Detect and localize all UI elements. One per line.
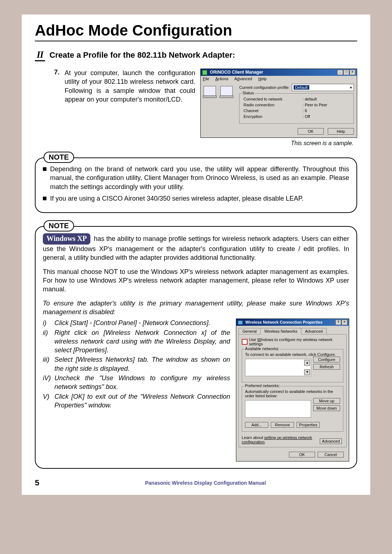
laptop-icon <box>204 86 216 96</box>
document-page: AdHoc Mode Configuration II Create a Pro… <box>22 15 370 495</box>
chevron-down-icon: ▾ <box>350 85 352 90</box>
move-up-button[interactable]: Move up <box>313 398 340 404</box>
note-label: NOTE <box>44 152 74 163</box>
note-box-2: NOTE Windows XP has the ability to manag… <box>35 226 357 469</box>
note2-para2: This manual choose NOT to use the Window… <box>43 267 349 294</box>
network-icon <box>238 320 243 325</box>
section-heading: II Create a Profile for the 802.11b Netw… <box>35 49 357 61</box>
preferred-legend: Preferred networks: <box>244 383 281 388</box>
help-button[interactable]: Help <box>328 128 354 135</box>
learn-row: Learn about setting up wireless network … <box>242 435 343 444</box>
ok-button[interactable]: OK <box>298 128 324 135</box>
orinoco-client-manager-window: ORiNOCO Client Manager _ □ × File Action… <box>200 69 357 138</box>
radio-value: : Peer to Peer <box>302 102 350 107</box>
tab-general[interactable]: General <box>238 328 261 334</box>
windows-xp-badge: Windows XP <box>43 233 90 245</box>
tab-body: UUse Windows to configure my wireless ne… <box>238 334 347 447</box>
bullet-icon <box>43 167 46 171</box>
note1-item: Depending on the brand of network card y… <box>43 165 349 191</box>
note-label: NOTE <box>44 220 74 231</box>
tab-wireless-networks[interactable]: Wireless Networks <box>260 328 301 335</box>
step-item: i)Click [Start] - [Control Panel] - [Net… <box>43 319 230 327</box>
manual-title: Panasonic Wireless Display Configuration… <box>54 480 357 486</box>
preferred-networks-group: Preferred networks: Automatically connec… <box>242 386 343 432</box>
step-number: 7. <box>49 69 60 76</box>
step-item: ii)Right click on [Wireless Network Conn… <box>43 328 230 355</box>
xp-disable-steps: i)Click [Start] - [Control Panel] - [Net… <box>43 319 230 410</box>
add-button[interactable]: Add... <box>245 422 268 428</box>
screenshot-caption: This screen is a sample. <box>200 140 354 147</box>
note2-para1: Windows XP has the ability to manage pro… <box>43 233 349 262</box>
page-number: 5 <box>35 478 39 488</box>
checkbox-icon[interactable] <box>242 339 248 345</box>
configure-button[interactable]: Configure <box>313 357 340 362</box>
remove-button[interactable]: Remove <box>271 422 294 428</box>
menu-actions[interactable]: Actions <box>215 77 228 81</box>
preferred-desc: Automatically connect to available netwo… <box>245 389 340 398</box>
note-box-1: NOTE Depending on the brand of network c… <box>35 157 357 213</box>
wireless-properties-window: Wireless Network Connection Properties ?… <box>236 319 349 461</box>
tab-strip: General Wireless Networks Advanced <box>236 326 349 334</box>
use-windows-checkbox-row[interactable]: UUse Windows to configure my wireless ne… <box>242 337 343 346</box>
profile-dropdown[interactable]: Default ▾ <box>292 84 354 91</box>
status-group: Status Connected to network: default Rad… <box>239 93 354 124</box>
profile-value: Default <box>294 85 309 90</box>
window-title: Wireless Network Connection Properties <box>245 320 323 324</box>
available-desc: To connect to an available network, clic… <box>245 352 340 357</box>
radio-label: Radio connection <box>243 102 302 107</box>
move-down-button[interactable]: Move down <box>313 405 340 411</box>
page-footer: 5 Panasonic Wireless Display Configurati… <box>35 478 357 488</box>
note2-italic-lead: To ensure the adapter's utility is the p… <box>43 299 349 317</box>
cancel-button[interactable]: Cancel <box>318 452 344 457</box>
connected-label: Connected to network <box>243 97 302 102</box>
channel-value: : 6 <box>302 108 350 113</box>
step-item: iii)Select [Wireless Networks] tab. The … <box>43 355 230 373</box>
window-title: ORiNOCO Client Manager <box>210 70 263 75</box>
properties-button[interactable]: Properties <box>297 422 320 428</box>
help-icon[interactable]: ? <box>335 320 341 325</box>
title-underline <box>35 41 357 41</box>
bullet-icon <box>43 197 46 200</box>
available-listbox[interactable]: ▴ ▾ <box>245 359 311 376</box>
laptop-icon <box>220 86 233 96</box>
close-icon[interactable]: × <box>350 70 355 75</box>
ok-button[interactable]: OK <box>289 452 315 457</box>
profile-label: Current configuration profile: <box>239 85 290 90</box>
scroll-up-icon[interactable]: ▴ <box>304 360 310 366</box>
section-heading-text: Create a Profile for the 802.11b Network… <box>49 50 235 59</box>
encryption-value: : Off <box>302 114 350 119</box>
channel-label: Channel <box>243 108 302 113</box>
menu-advanced[interactable]: Advanced <box>234 77 252 81</box>
section-roman: II <box>35 49 45 61</box>
app-icon <box>202 70 207 75</box>
step-text: At your computer, launch the configurati… <box>65 69 195 104</box>
note1-item: If you are using a CISCO Aironet 340/350… <box>43 194 349 203</box>
connected-value: : default <box>302 97 350 102</box>
preferred-listbox[interactable] <box>245 400 311 418</box>
encryption-label: Encryption <box>243 114 302 119</box>
orinoco-body: Current configuration profile: Default ▾… <box>201 82 357 127</box>
tab-advanced[interactable]: Advanced <box>301 328 327 334</box>
menu-file[interactable]: File <box>203 77 209 81</box>
scroll-down-icon[interactable]: ▾ <box>304 369 310 375</box>
refresh-button[interactable]: Refresh <box>313 364 340 370</box>
window-titlebar: ORiNOCO Client Manager _ □ × <box>201 69 357 76</box>
minimize-icon[interactable]: _ <box>337 70 343 75</box>
advanced-button[interactable]: Advanced <box>320 438 342 444</box>
maximize-icon[interactable]: □ <box>343 70 349 75</box>
step-item: V)Click [OK] to exit out of the "Wireles… <box>43 392 230 410</box>
close-icon[interactable]: × <box>342 320 347 325</box>
window-titlebar: Wireless Network Connection Properties ?… <box>236 319 349 326</box>
menu-help[interactable]: Help <box>258 77 267 81</box>
available-legend: Available networks: <box>244 346 280 351</box>
status-legend: Status <box>242 91 254 95</box>
page-title: AdHoc Mode Configuration <box>35 22 357 39</box>
available-networks-group: Available networks: To connect to an ava… <box>242 349 343 382</box>
step-7-block: 7. At your computer, launch the configur… <box>49 69 357 147</box>
menu-bar: File Actions Advanced Help <box>201 76 357 82</box>
step-item: iV)Uncheck the "Use Windows to configure… <box>43 374 230 391</box>
